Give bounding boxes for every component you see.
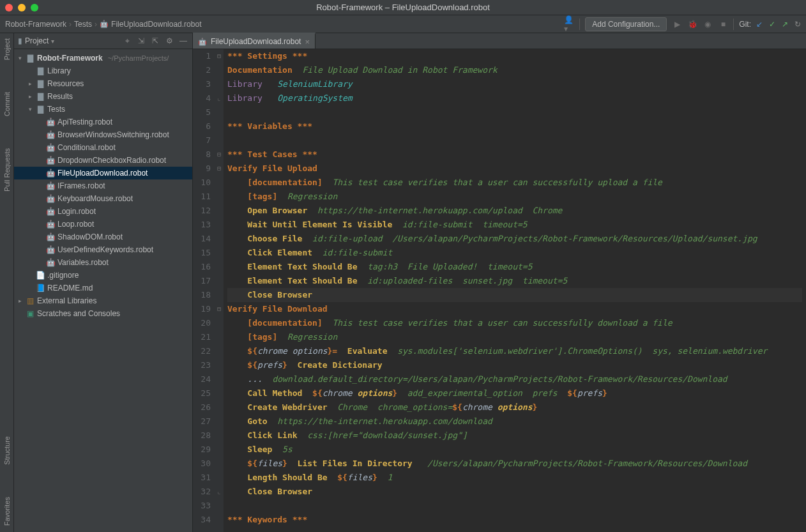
project-view-selector[interactable]: ▮ Project ▾	[18, 36, 54, 45]
tree-folder-resources[interactable]: ▸ ▇ Resources	[14, 77, 192, 90]
robot-file-icon: 🤖	[46, 231, 55, 243]
robot-file-icon: 🤖	[198, 38, 207, 46]
tree-file[interactable]: 🤖UserDefinedKeywords.robot	[14, 243, 192, 256]
chevron-right-icon: ▸	[17, 294, 23, 307]
robot-file-icon: 🤖	[46, 243, 55, 256]
collapse-all-icon[interactable]: ⇱	[150, 36, 160, 45]
tree-file[interactable]: 🤖DropdownCheckboxRadio.robot	[14, 154, 192, 167]
close-tab-icon[interactable]: ×	[305, 37, 310, 47]
file-icon: 📄	[36, 269, 45, 282]
close-window-icon[interactable]	[5, 4, 13, 11]
tree-path: ~/PycharmProjects/	[108, 52, 169, 65]
run-icon[interactable]: ▶	[672, 19, 682, 29]
editor-area: 🤖 FileUploadDownload.robot × 12345678910…	[193, 33, 806, 532]
tree-folder-library[interactable]: ▇ Library	[14, 65, 192, 77]
scratch-icon: ▣	[26, 307, 34, 320]
window-controls	[5, 4, 38, 11]
stop-icon[interactable]: ■	[718, 19, 728, 29]
chevron-down-icon: ▾	[27, 103, 33, 116]
sidebar-title: Project	[25, 36, 49, 45]
tool-tab-favorites[interactable]: Favorites	[3, 497, 11, 526]
tree-file[interactable]: 🤖Login.robot	[14, 205, 192, 218]
robot-file-icon: 🤖	[46, 256, 55, 269]
editor-tab-active[interactable]: 🤖 FileUploadDownload.robot ×	[193, 33, 316, 49]
tree-file-readme[interactable]: 📘README.md	[14, 282, 192, 294]
tool-tab-structure[interactable]: Structure	[3, 436, 11, 465]
robot-file-icon: 🤖	[46, 116, 55, 128]
git-commit-icon[interactable]: ✓	[769, 20, 775, 29]
tree-file[interactable]: 🤖ApiTesting.robot	[14, 116, 192, 128]
project-sidebar: ▮ Project ▾ ⌖ ⇲ ⇱ ⚙ — ▾ ▇ Robot-Framewor…	[14, 33, 193, 532]
folder-icon: ▇	[36, 103, 45, 116]
tree-file[interactable]: 🤖KeyboardMouse.robot	[14, 192, 192, 205]
tree-folder-results[interactable]: ▸ ▇ Results	[14, 90, 192, 103]
tree-file-gitignore[interactable]: 📄.gitignore	[14, 269, 192, 282]
robot-file-icon: 🤖	[46, 218, 55, 231]
chevron-down-icon: ▾	[51, 38, 54, 45]
git-history-icon[interactable]: ↻	[795, 20, 801, 29]
tool-tab-pull-requests[interactable]: Pull Requests	[3, 148, 11, 192]
markdown-icon: 📘	[36, 282, 45, 294]
navigation-bar: Robot-Framework › Tests › 🤖 FileUploadDo…	[0, 15, 806, 33]
editor-tabs: 🤖 FileUploadDownload.robot ×	[193, 33, 806, 49]
window-title: Robot-Framework – FileUploadDownload.rob…	[0, 3, 806, 12]
run-coverage-icon[interactable]: ◉	[703, 19, 713, 29]
debug-icon[interactable]: 🐞	[687, 19, 697, 29]
line-number-gutter: 12345678910 11121314151617181920 2122232…	[193, 49, 215, 532]
tree-file-selected[interactable]: 🤖FileUploadDownload.robot	[14, 167, 192, 179]
hide-icon[interactable]: —	[178, 36, 188, 45]
tree-file[interactable]: 🤖Conditional.robot	[14, 141, 192, 154]
chevron-right-icon: ▸	[27, 90, 33, 103]
locate-icon[interactable]: ⌖	[122, 36, 132, 45]
tree-file[interactable]: 🤖IFrames.robot	[14, 179, 192, 192]
tool-tab-project[interactable]: Project	[3, 38, 11, 60]
robot-file-icon: 🤖	[46, 205, 55, 218]
project-tree: ▾ ▇ Robot-Framework ~/PycharmProjects/ ▇…	[14, 49, 192, 323]
robot-file-icon: 🤖	[46, 128, 55, 141]
git-label: Git:	[739, 20, 751, 29]
tree-label: Tests	[47, 103, 65, 116]
chevron-right-icon: ▸	[27, 77, 33, 90]
robot-file-icon: 🤖	[46, 192, 55, 205]
tree-file[interactable]: 🤖Variables.robot	[14, 256, 192, 269]
robot-file-icon: 🤖	[46, 154, 55, 167]
tree-label: Results	[47, 90, 73, 103]
library-icon: ▥	[26, 294, 34, 307]
breadcrumb-item[interactable]: Tests	[74, 20, 92, 29]
tree-file[interactable]: 🤖BrowserWindowsSwitching.robot	[14, 128, 192, 141]
folder-icon: ▇	[36, 65, 45, 77]
git-push-icon[interactable]: ↗	[782, 20, 788, 29]
robot-file-icon: 🤖	[46, 179, 55, 192]
tree-root[interactable]: ▾ ▇ Robot-Framework ~/PycharmProjects/	[14, 52, 192, 65]
tree-file[interactable]: 🤖ShadowDOM.robot	[14, 231, 192, 243]
tab-label: FileUploadDownload.robot	[211, 37, 301, 46]
tree-scratches[interactable]: ▣Scratches and Consoles	[14, 307, 192, 320]
tree-file[interactable]: 🤖Loop.robot	[14, 218, 192, 231]
tree-external-libraries[interactable]: ▸▥External Libraries	[14, 294, 192, 307]
gear-icon[interactable]: ⚙	[164, 36, 174, 45]
minimize-window-icon[interactable]	[18, 4, 26, 11]
breadcrumb-item[interactable]: Robot-Framework	[5, 20, 66, 29]
robot-file-icon: 🤖	[100, 20, 109, 28]
toolbar-right: 👤▾ Add Configuration... ▶ 🐞 ◉ ■ Git: ↙ ✓…	[564, 17, 801, 31]
tool-window-bar-left: Project Commit Pull Requests Structure F…	[0, 33, 14, 532]
expand-all-icon[interactable]: ⇲	[136, 36, 146, 45]
robot-file-icon: 🤖	[46, 141, 55, 154]
tree-label: Robot-Framework	[37, 52, 103, 65]
tool-tab-commit[interactable]: Commit	[3, 92, 11, 116]
code-content[interactable]: *** Settings *** Documentation File Uplo…	[224, 49, 806, 532]
robot-file-icon: 🤖	[46, 167, 55, 179]
code-editor[interactable]: 12345678910 11121314151617181920 2122232…	[193, 49, 806, 532]
window-titlebar: Robot-Framework – FileUploadDownload.rob…	[0, 0, 806, 15]
add-configuration-button[interactable]: Add Configuration...	[585, 17, 667, 31]
folder-icon: ▇	[26, 52, 34, 65]
tree-folder-tests[interactable]: ▾ ▇ Tests	[14, 103, 192, 116]
breadcrumb-item-current[interactable]: 🤖 FileUploadDownload.robot	[100, 20, 201, 29]
git-actions: ↙ ✓ ↗ ↻	[756, 20, 801, 29]
git-pull-icon[interactable]: ↙	[756, 20, 763, 29]
breadcrumb: Robot-Framework › Tests › 🤖 FileUploadDo…	[5, 20, 201, 29]
user-icon[interactable]: 👤▾	[564, 19, 574, 29]
folder-icon: ▇	[36, 90, 45, 103]
chevron-right-icon: ›	[95, 20, 97, 29]
maximize-window-icon[interactable]	[31, 4, 38, 11]
